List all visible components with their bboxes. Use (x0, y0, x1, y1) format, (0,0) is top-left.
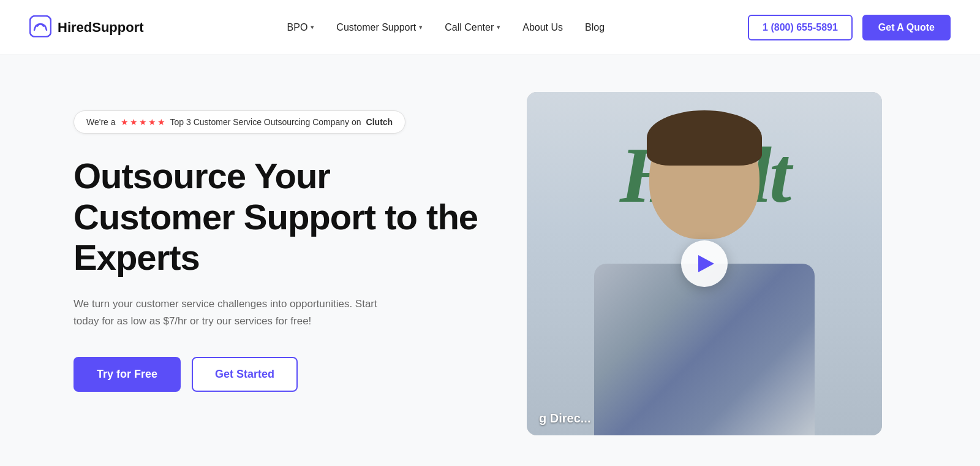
video-container[interactable]: Healt g Direc... (527, 92, 882, 435)
get-quote-button[interactable]: Get A Quote (862, 15, 951, 40)
get-started-button[interactable]: Get Started (192, 357, 298, 392)
star-3: ★ (139, 117, 147, 127)
star-4: ★ (148, 117, 156, 127)
hero-subtitle: We turn your customer service challenges… (74, 296, 380, 330)
logo-icon (29, 15, 51, 40)
hero-video: Healt g Direc... (527, 92, 882, 435)
nav-blog[interactable]: Blog (585, 22, 605, 33)
chevron-down-icon: ▾ (311, 23, 314, 31)
hero-content: We're a ★ ★ ★ ★ ★ Top 3 Customer Service… (74, 92, 490, 392)
nav-right: 1 (800) 655-5891 Get A Quote (748, 15, 951, 40)
chevron-down-icon: ▾ (419, 23, 423, 31)
navbar: HiredSupport BPO ▾ Customer Support ▾ Ca… (0, 0, 980, 55)
logo-text: HiredSupport (58, 20, 144, 36)
nav-customer-support[interactable]: Customer Support ▾ (336, 22, 423, 33)
nav-call-center[interactable]: Call Center ▾ (445, 22, 500, 33)
badge-post-text: Top 3 Customer Service Outsourcing Compa… (170, 117, 361, 127)
hero-section: We're a ★ ★ ★ ★ ★ Top 3 Customer Service… (0, 55, 980, 466)
star-1: ★ (121, 117, 129, 127)
hero-buttons: Try for Free Get Started (74, 357, 490, 392)
svg-rect-0 (30, 16, 51, 37)
video-caption: g Direc... (539, 411, 590, 426)
video-shirt (594, 264, 815, 435)
try-for-free-button[interactable]: Try for Free (74, 357, 181, 392)
star-5: ★ (157, 117, 165, 127)
star-rating: ★ ★ ★ ★ ★ (121, 117, 165, 127)
chevron-down-icon: ▾ (497, 23, 500, 31)
phone-button[interactable]: 1 (800) 655-5891 (748, 15, 853, 40)
nav-bpo[interactable]: BPO ▾ (287, 22, 315, 33)
nav-center: BPO ▾ Customer Support ▾ Call Center ▾ A… (287, 22, 605, 33)
star-2: ★ (130, 117, 138, 127)
badge-pre-text: We're a (86, 117, 116, 127)
play-button[interactable] (681, 240, 728, 287)
hero-title: Outsource Your Customer Support to the E… (74, 156, 490, 278)
badge-clutch: Clutch (366, 117, 393, 127)
play-icon (698, 255, 714, 272)
nav-about-us[interactable]: About Us (522, 22, 563, 33)
video-hair (647, 110, 762, 166)
logo[interactable]: HiredSupport (29, 15, 144, 40)
rating-badge: We're a ★ ★ ★ ★ ★ Top 3 Customer Service… (74, 110, 405, 134)
